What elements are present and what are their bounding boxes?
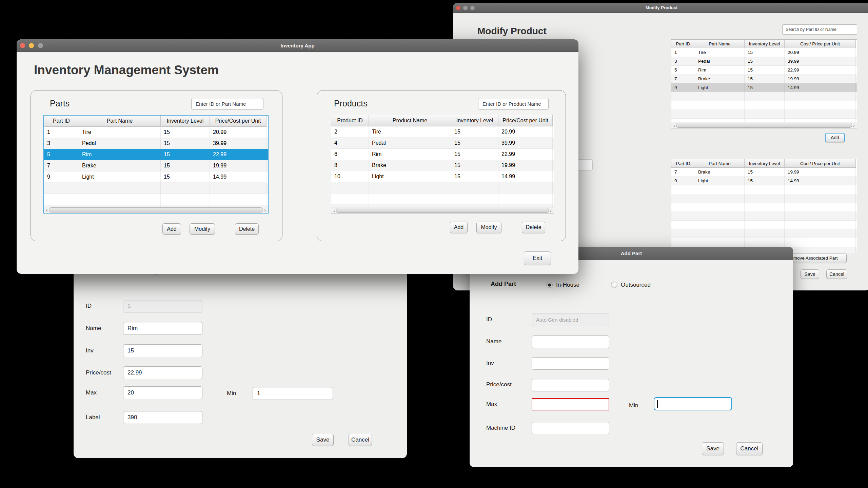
- table-cell[interactable]: [498, 182, 553, 194]
- table-cell[interactable]: [695, 194, 745, 203]
- table-cell[interactable]: 15: [745, 168, 785, 177]
- inventory-app-titlebar[interactable]: Inventory App: [17, 39, 578, 52]
- column-header[interactable]: Product ID: [331, 115, 369, 126]
- scrollbar-thumb[interactable]: [336, 208, 549, 213]
- table-cell[interactable]: 14.99: [785, 83, 856, 92]
- table-cell[interactable]: [451, 194, 498, 205]
- table-cell[interactable]: 15: [745, 57, 785, 66]
- table-cell[interactable]: 22.99: [498, 149, 553, 160]
- cancel-button[interactable]: Cancel: [826, 269, 847, 279]
- table-row[interactable]: 9Light1514.99: [44, 171, 268, 183]
- table-cell[interactable]: [671, 92, 695, 101]
- parts-modify-button[interactable]: Modify: [190, 223, 215, 235]
- table-cell[interactable]: [331, 182, 369, 194]
- column-header[interactable]: Part ID: [671, 40, 695, 48]
- table-cell[interactable]: [745, 110, 785, 119]
- table-cell[interactable]: [671, 203, 695, 212]
- table-cell[interactable]: 20.99: [210, 127, 267, 138]
- table-cell[interactable]: [671, 229, 695, 238]
- table-cell[interactable]: [671, 101, 695, 110]
- max-field[interactable]: [123, 386, 202, 399]
- table-cell[interactable]: [671, 212, 695, 221]
- products-add-button[interactable]: Add: [450, 222, 468, 233]
- table-cell[interactable]: 1: [44, 127, 79, 138]
- table-cell[interactable]: [695, 238, 745, 247]
- close-button[interactable]: [456, 6, 460, 10]
- name-field[interactable]: [532, 336, 609, 348]
- table-row-empty[interactable]: [671, 229, 857, 238]
- table-cell[interactable]: [785, 203, 856, 212]
- table-row[interactable]: 7Brake1519.99: [671, 75, 857, 83]
- table-cell[interactable]: [745, 203, 785, 212]
- radio-outsourced-label[interactable]: Outsourced: [621, 282, 651, 288]
- all-parts-table[interactable]: Part IDPart NameInventory LevelCost/ Pri…: [671, 39, 857, 128]
- inv-field[interactable]: [532, 357, 609, 370]
- table-cell[interactable]: [161, 183, 210, 194]
- table-cell[interactable]: [745, 212, 785, 221]
- table-row[interactable]: 10Light1514.99: [331, 171, 554, 182]
- table-cell[interactable]: 15: [451, 160, 498, 171]
- table-row[interactable]: 1Tire1520.99: [44, 127, 268, 138]
- table-row-empty[interactable]: [671, 212, 857, 221]
- table-row[interactable]: 3Pedal1539.99: [671, 57, 857, 66]
- name-field[interactable]: [123, 322, 202, 335]
- table-cell[interactable]: [745, 101, 785, 110]
- table-cell[interactable]: 14.99: [498, 171, 553, 182]
- exit-button[interactable]: Exit: [524, 251, 551, 265]
- table-cell[interactable]: [695, 203, 745, 212]
- table-cell[interactable]: 19.99: [210, 160, 267, 171]
- table-cell[interactable]: Brake: [79, 160, 161, 171]
- table-cell[interactable]: 2: [331, 126, 369, 138]
- column-header[interactable]: Cost/ Price per Unit: [785, 159, 856, 168]
- table-cell[interactable]: [785, 110, 856, 119]
- table-row[interactable]: 1Tire1520.99: [671, 48, 857, 57]
- table-cell[interactable]: Pedal: [695, 57, 745, 66]
- table-cell[interactable]: 20.99: [498, 126, 553, 138]
- table-cell[interactable]: 19.99: [785, 75, 856, 83]
- horizontal-scrollbar[interactable]: ‹›: [44, 207, 268, 213]
- table-cell[interactable]: [369, 194, 451, 205]
- table-cell[interactable]: 15: [451, 126, 498, 138]
- min-field[interactable]: [253, 387, 333, 400]
- column-header[interactable]: Inventory Level: [161, 116, 210, 127]
- table-cell[interactable]: 15: [745, 75, 785, 83]
- table-row-empty[interactable]: [671, 185, 857, 194]
- table-cell[interactable]: [161, 194, 210, 205]
- table-cell[interactable]: Brake: [695, 168, 745, 177]
- table-row[interactable]: 4Pedal1539.99: [331, 138, 554, 149]
- table-cell[interactable]: 22.99: [210, 149, 267, 160]
- table-cell[interactable]: Rim: [369, 149, 451, 160]
- table-cell[interactable]: [695, 229, 745, 238]
- table-row-empty[interactable]: [671, 101, 857, 110]
- table-row[interactable]: 9Light1514.99: [671, 177, 857, 185]
- table-cell[interactable]: 14.99: [210, 171, 267, 183]
- scroll-right-arrow-icon[interactable]: ›: [263, 208, 267, 212]
- column-header[interactable]: Part Name: [79, 116, 161, 127]
- table-row-empty[interactable]: [331, 182, 554, 194]
- table-cell[interactable]: [210, 183, 267, 194]
- column-header[interactable]: Inventory Level: [745, 40, 785, 48]
- table-cell[interactable]: 20.99: [785, 48, 856, 57]
- horizontal-scrollbar[interactable]: ‹›: [671, 122, 857, 128]
- table-cell[interactable]: [695, 101, 745, 110]
- table-cell[interactable]: 22.99: [785, 66, 856, 75]
- table-cell[interactable]: Pedal: [79, 138, 161, 149]
- table-cell[interactable]: Pedal: [369, 138, 451, 149]
- table-row[interactable]: 7Brake1519.99: [44, 160, 268, 171]
- table-cell[interactable]: [671, 110, 695, 119]
- table-cell[interactable]: 9: [671, 177, 695, 185]
- table-cell[interactable]: Light: [695, 83, 745, 92]
- table-cell[interactable]: 15: [161, 127, 210, 138]
- machine-id-field[interactable]: [532, 422, 609, 434]
- table-cell[interactable]: [745, 221, 785, 229]
- zoom-button[interactable]: [38, 43, 43, 48]
- table-cell[interactable]: 15: [745, 83, 785, 92]
- table-cell[interactable]: [79, 183, 161, 194]
- table-cell[interactable]: 7: [44, 160, 79, 171]
- table-row-empty[interactable]: [671, 203, 857, 212]
- table-cell[interactable]: [695, 110, 745, 119]
- table-cell[interactable]: 6: [331, 149, 369, 160]
- modify-product-titlebar[interactable]: Modify Product: [453, 3, 868, 13]
- minimize-button[interactable]: [29, 43, 34, 48]
- table-row[interactable]: 6Rim1522.99: [331, 149, 554, 160]
